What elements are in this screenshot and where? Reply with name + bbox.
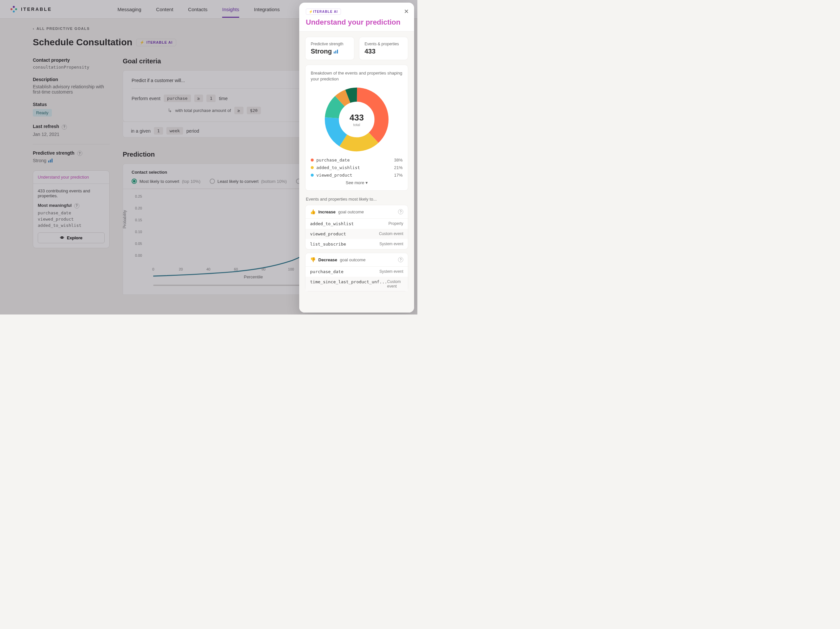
strength-bars-icon xyxy=(334,50,338,54)
effect-row: list_subscribe System event xyxy=(305,239,408,249)
donut-chart: 433 total xyxy=(311,87,403,152)
legend-dot-icon xyxy=(311,166,314,169)
goal-outcome-label: goal outcome xyxy=(340,258,366,262)
metric-events: Events & properties 433 xyxy=(359,37,408,60)
metric-strength: Predictive strength Strong xyxy=(305,37,354,60)
metric-label: Predictive strength xyxy=(311,42,349,46)
decrease-card: 👎 Decrease goal outcome ? purchase_date … xyxy=(305,253,408,291)
effect-row: added_to_wishlist Property xyxy=(305,219,408,229)
donut-total: 433 xyxy=(349,112,363,123)
legend-row: purchase_date 38% xyxy=(311,158,403,163)
prediction-panel: ⚡ ITERABLE AI ✕ Understand your predicti… xyxy=(299,3,414,313)
see-more-button[interactable]: See more ▾ xyxy=(311,180,403,185)
breakdown-lead: Breakdown of the events and properties s… xyxy=(311,70,403,82)
panel-ai-badge: ⚡ ITERABLE AI xyxy=(306,8,341,15)
metric-value: Strong xyxy=(311,47,332,55)
legend-dot-icon xyxy=(311,158,314,161)
increase-card: 👍 Increase goal outcome ? added_to_wishl… xyxy=(305,205,408,250)
legend-dot-icon xyxy=(311,174,314,177)
decrease-label: Decrease xyxy=(318,258,337,262)
metric-value: 433 xyxy=(365,47,403,55)
goal-outcome-label: goal outcome xyxy=(338,209,364,214)
legend-row: viewed_product 17% xyxy=(311,173,403,178)
thumbs-up-icon: 👍 xyxy=(310,209,316,214)
panel-title: Understand your prediction xyxy=(306,18,407,27)
breakdown-card: Breakdown of the events and properties s… xyxy=(305,65,408,191)
effect-row: time_since_last_product_unf... Custom ev… xyxy=(305,277,408,291)
help-icon[interactable]: ? xyxy=(398,209,403,214)
effect-row: purchase_date System event xyxy=(305,267,408,277)
thumbs-down-icon: 👎 xyxy=(310,257,316,262)
close-icon[interactable]: ✕ xyxy=(404,8,409,15)
increase-label: Increase xyxy=(318,209,336,214)
bolt-icon: ⚡ xyxy=(309,10,313,13)
help-icon[interactable]: ? xyxy=(398,257,403,262)
effect-row: viewed_product Custom event xyxy=(305,229,408,239)
effects-lead: Events and properties most likely to... xyxy=(306,197,408,202)
legend-row: added_to_wishlist 21% xyxy=(311,165,403,170)
donut-total-label: total xyxy=(349,123,363,127)
metric-label: Events & properties xyxy=(365,42,403,46)
chevron-down-icon: ▾ xyxy=(366,180,368,185)
